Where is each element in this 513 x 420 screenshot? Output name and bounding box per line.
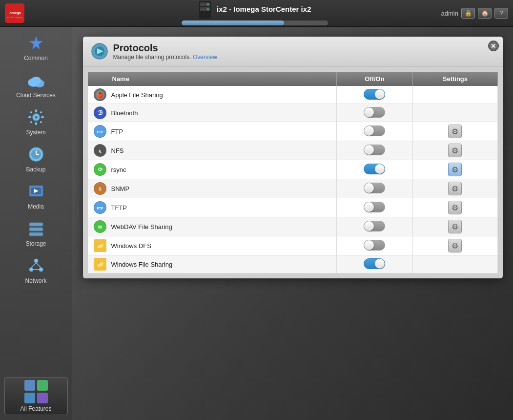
settings-gear-windows-dfs[interactable]: ⚙ [448, 239, 462, 252]
windows-fs-icon: 📁 [94, 258, 106, 271]
svg-point-14 [35, 116, 38, 119]
protocols-table: Name Off/On Settings 🍎Apple File Sharing… [88, 72, 498, 273]
protocol-name-cell-ftp: FTPFTP [88, 122, 337, 141]
toggle-nfs[interactable] [364, 145, 385, 155]
sidebar-item-network[interactable]: Network [4, 252, 68, 288]
col-settings: Settings [413, 72, 497, 86]
sidebar-item-media[interactable]: Media [4, 178, 68, 214]
protocol-name-cell-rsync: ⟳rsync [88, 160, 337, 179]
toggle-apple-file-sharing[interactable] [364, 89, 385, 100]
svg-text:S: S [98, 187, 101, 191]
svg-rect-30 [29, 223, 43, 226]
bluetooth-icon: ℬ [94, 106, 106, 119]
svg-rect-22 [40, 121, 42, 124]
sidebar-item-storage[interactable]: Storage [4, 215, 68, 251]
svg-line-40 [36, 263, 41, 268]
table-row: FTPTFTP⚙ [88, 198, 498, 217]
svg-point-33 [39, 224, 41, 225]
settings-cell-rsync: ⚙ [413, 160, 497, 179]
sidebar-system-label: System [26, 129, 45, 136]
protocol-name-cell-apple-file-sharing: 🍎Apple File Sharing [88, 86, 337, 104]
svg-text:📁: 📁 [96, 242, 103, 249]
toggle-ftp[interactable] [364, 126, 385, 136]
sidebar: Common Cloud Services [0, 27, 72, 420]
protocol-name-webdav-file-sharing: WebDAV File Sharing [111, 223, 172, 231]
all-features-label: All Features [20, 405, 51, 412]
toggle-rsync[interactable] [364, 164, 385, 174]
protocol-name-tftp: TFTP [111, 204, 127, 211]
overview-link[interactable]: Overview [193, 54, 217, 61]
sidebar-item-common[interactable]: Common [4, 29, 68, 65]
header-right: admin 🔒 🏠 ? [441, 8, 508, 19]
svg-rect-19 [30, 111, 33, 114]
table-wrapper: Name Off/On Settings 🍎Apple File Sharing… [83, 72, 503, 278]
settings-cell-bluetooth [413, 104, 497, 122]
toggle-knob-ftp [364, 126, 374, 136]
storage-icon [26, 219, 46, 238]
table-row: 📁Windows DFS⚙ [88, 236, 498, 255]
svg-rect-20 [40, 111, 42, 114]
settings-cell-ftp: ⚙ [413, 122, 497, 141]
table-row: FTPFTP⚙ [88, 122, 498, 141]
sidebar-network-label: Network [25, 277, 46, 284]
af-icon-4 [37, 393, 48, 403]
col-off-on: Off/On [336, 72, 413, 86]
protocol-name-cell-webdav-file-sharing: WWebDAV File Sharing [88, 217, 337, 236]
toggle-webdav-file-sharing[interactable] [364, 221, 385, 231]
title-area: ix2 - Iomega StorCenter ix2 [68, 1, 441, 25]
header: iomega an EMC company ix2 - Iomega StorC… [0, 0, 513, 27]
settings-cell-apple-file-sharing [413, 86, 497, 104]
panel-subtitle: Manage file sharing protocols. Overview [113, 54, 217, 61]
table-row: 🐧NFS⚙ [88, 141, 498, 160]
protocol-name-rsync: rsync [111, 166, 126, 173]
af-icon-1 [24, 380, 35, 391]
system-gear-icon [26, 107, 46, 127]
svg-point-34 [39, 229, 41, 230]
server-icon [198, 1, 212, 19]
home-button[interactable]: 🏠 [478, 8, 492, 19]
toggle-tftp[interactable] [364, 202, 385, 212]
svg-rect-17 [28, 116, 31, 118]
help-button[interactable]: ? [494, 8, 508, 19]
toggle-windows-file-sharing[interactable] [364, 258, 385, 269]
svg-text:⟳: ⟳ [98, 167, 103, 172]
toggle-knob-tftp [364, 202, 374, 212]
close-button[interactable]: ✕ [488, 41, 499, 51]
svg-point-37 [29, 268, 33, 272]
settings-gear-rsync[interactable]: ⚙ [448, 163, 462, 176]
settings-cell-windows-dfs: ⚙ [413, 236, 497, 255]
content-area: ✕ Protocols Manage file sharing protocol… [72, 27, 513, 420]
toggle-bluetooth[interactable] [364, 107, 385, 118]
sidebar-item-cloud-services[interactable]: Cloud Services [4, 66, 68, 103]
settings-gear-ftp[interactable]: ⚙ [448, 125, 462, 138]
protocol-name-cell-snmp: SSNMP [88, 179, 337, 198]
table-row: 📁Windows File Sharing [88, 255, 498, 273]
toggle-knob-bluetooth [364, 107, 374, 117]
toggle-windows-dfs[interactable] [364, 240, 385, 251]
svg-point-7 [207, 8, 209, 10]
sidebar-item-backup[interactable]: Backup [4, 141, 68, 177]
table-row: ⟳rsync⚙ [88, 160, 498, 179]
main-layout: Common Cloud Services [0, 27, 513, 420]
settings-gear-webdav-file-sharing[interactable]: ⚙ [448, 220, 462, 233]
lock-button[interactable]: 🔒 [461, 8, 475, 19]
settings-gear-snmp[interactable]: ⚙ [448, 182, 462, 195]
protocol-name-cell-windows-dfs: 📁Windows DFS [88, 236, 337, 255]
toggle-snmp[interactable] [364, 183, 385, 193]
table-row: SSNMP⚙ [88, 179, 498, 198]
toggle-knob-nfs [364, 145, 374, 155]
settings-gear-tftp[interactable]: ⚙ [448, 201, 462, 214]
all-features-icons [24, 380, 48, 403]
protocol-name-cell-nfs: 🐧NFS [88, 141, 337, 160]
svg-point-35 [39, 233, 41, 235]
settings-cell-webdav-file-sharing: ⚙ [413, 217, 497, 236]
toggle-cell-nfs [336, 141, 413, 160]
sidebar-item-system[interactable]: System [4, 104, 68, 140]
star-icon [26, 33, 46, 53]
toggle-cell-ftp [336, 122, 413, 141]
apple-icon: 🍎 [94, 88, 106, 101]
all-features-button[interactable]: All Features [4, 377, 68, 415]
protocols-icon [91, 42, 108, 60]
protocol-name-cell-windows-file-sharing: 📁Windows File Sharing [88, 255, 337, 273]
settings-gear-nfs[interactable]: ⚙ [448, 144, 462, 157]
